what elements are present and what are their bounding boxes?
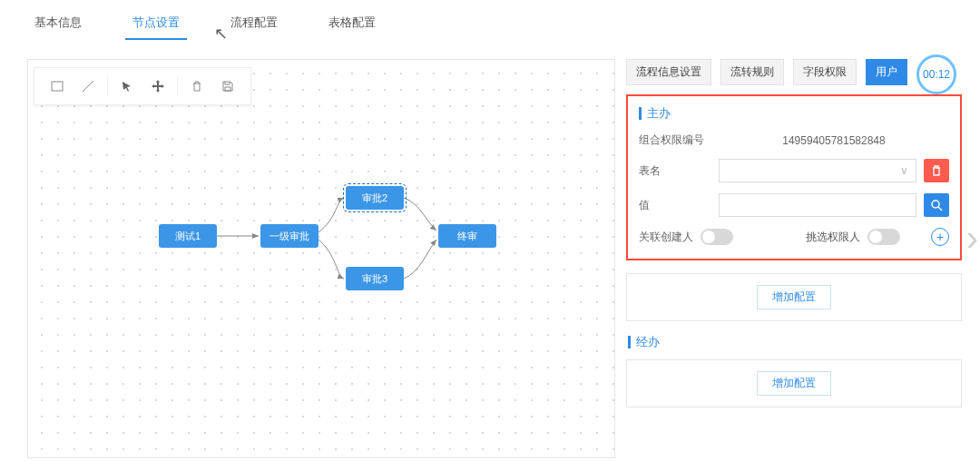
canvas-toolbar (34, 67, 251, 105)
table-name-label: 表名 (639, 163, 711, 179)
node-level1[interactable]: 一级审批 (260, 224, 318, 248)
tab-flow[interactable]: 流程配置 (223, 9, 285, 40)
svg-rect-0 (52, 82, 63, 91)
table-name-select[interactable]: ∨ (719, 159, 916, 182)
node-test1[interactable]: 测试1 (159, 224, 217, 248)
pick-perm-label: 挑选权限人 (806, 230, 860, 245)
chevron-down-icon: ∨ (900, 164, 908, 177)
link-creator-label: 关联创建人 (639, 230, 693, 245)
tool-delete[interactable] (181, 74, 212, 99)
add-config-jingban[interactable]: 增加配置 (757, 371, 831, 396)
next-chevron-icon[interactable]: › (966, 218, 978, 259)
pointer-cursor-icon: ↖ (214, 25, 228, 42)
jingban-add-card: 增加配置 (626, 359, 962, 407)
svg-line-4 (938, 207, 942, 211)
zhuban-add-card: 增加配置 (626, 273, 962, 321)
node-final[interactable]: 终审 (438, 224, 496, 248)
svg-point-3 (932, 201, 939, 208)
zhuban-title: 主办 (639, 105, 949, 122)
rtab-flowinfo[interactable]: 流程信息设置 (626, 59, 711, 85)
tool-select[interactable] (112, 74, 142, 99)
add-config-zhuban[interactable]: 增加配置 (757, 285, 831, 309)
jingban-title: 经办 (628, 334, 962, 350)
rtab-user[interactable]: 用户 (866, 59, 907, 85)
comb-perm-value: 14959405781582848 (719, 134, 949, 147)
flow-canvas[interactable]: 测试1 一级审批 审批2 审批3 终审 (27, 59, 615, 458)
tool-line[interactable] (73, 74, 103, 99)
tab-node[interactable]: 节点设置 (125, 9, 187, 40)
search-button[interactable] (924, 193, 949, 217)
tool-move[interactable] (142, 74, 173, 99)
rtab-fieldperm[interactable]: 字段权限 (793, 59, 857, 85)
add-button[interactable]: + (931, 228, 949, 246)
right-panel: 流程信息设置 流转规则 字段权限 用户 主办 组合权限编号 1495940578… (626, 59, 962, 458)
tool-save[interactable] (212, 74, 243, 99)
flow-edges (28, 60, 614, 457)
value-label: 值 (639, 198, 711, 213)
node-approve3[interactable]: 审批3 (346, 267, 404, 290)
value-input[interactable] (719, 193, 916, 217)
svg-line-1 (83, 81, 93, 92)
zhuban-card: 主办 组合权限编号 14959405781582848 表名 ∨ 值 关联创建人… (626, 94, 962, 260)
tab-basic[interactable]: 基本信息 (27, 9, 89, 40)
timer-badge: 00:12 (916, 54, 956, 94)
tool-rect[interactable] (42, 74, 73, 99)
comb-perm-label: 组合权限编号 (639, 132, 711, 148)
tab-table[interactable]: 表格配置 (321, 9, 383, 40)
pick-perm-toggle[interactable] (867, 229, 900, 245)
rtab-rules[interactable]: 流转规则 (720, 59, 784, 85)
delete-button[interactable] (924, 159, 949, 182)
link-creator-toggle[interactable] (701, 229, 733, 245)
node-approve2[interactable]: 审批2 (346, 186, 404, 210)
